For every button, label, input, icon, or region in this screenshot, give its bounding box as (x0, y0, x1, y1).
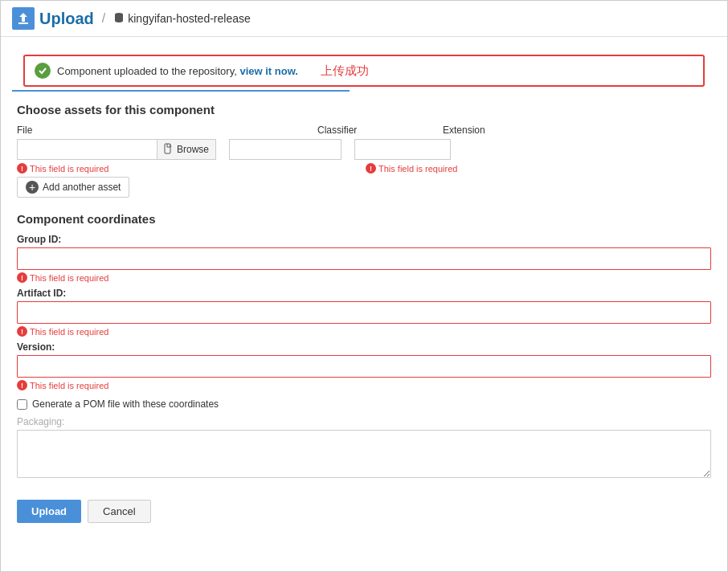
success-banner: Component uploaded to the repository, vi… (23, 55, 705, 87)
page-title: Upload (39, 10, 94, 28)
svg-rect-0 (18, 22, 28, 24)
cancel-button[interactable]: Cancel (88, 500, 150, 523)
pom-checkbox-row: Generate a POM file with these coordinat… (17, 398, 711, 410)
view-now-link[interactable]: view it now. (239, 65, 297, 77)
page-header: Upload / kingyifan-hosted-release (1, 1, 727, 37)
add-asset-label: Add another asset (43, 182, 121, 193)
blue-underline (12, 90, 350, 92)
file-error-icon: ! (17, 163, 27, 174)
classifier-input[interactable] (229, 139, 342, 160)
file-input[interactable] (17, 139, 157, 160)
upload-button[interactable]: Upload (17, 500, 81, 523)
breadcrumb-separator: / (102, 11, 105, 26)
add-another-asset-button[interactable]: + Add another asset (17, 177, 129, 198)
component-coordinates-section: Component coordinates Group ID: ! This f… (17, 212, 711, 480)
group-id-field: Group ID: ! This field is required (17, 234, 711, 283)
artifact-id-error-message: This field is required (30, 327, 108, 337)
group-id-error-message: This field is required (30, 273, 108, 283)
upload-icon (12, 7, 35, 30)
coordinates-section-title: Component coordinates (17, 212, 711, 226)
version-field: Version: ! This field is required (17, 341, 711, 390)
file-error-message: This field is required (30, 164, 108, 174)
artifact-id-input[interactable] (17, 301, 711, 324)
packaging-field: Packaging: (17, 416, 711, 480)
success-checkmark-icon (35, 63, 51, 79)
browse-button[interactable]: Browse (157, 139, 216, 160)
chinese-success-text: 上传成功 (321, 63, 369, 79)
pom-checkbox[interactable] (17, 399, 27, 410)
file-input-group: Browse (17, 139, 216, 160)
group-id-error-icon: ! (17, 272, 27, 283)
success-message: Component uploaded to the repository, vi… (57, 65, 298, 77)
pom-checkbox-label: Generate a POM file with these coordinat… (32, 398, 219, 410)
version-error-icon: ! (17, 380, 27, 390)
artifact-id-field: Artifact ID: ! This field is required (17, 288, 711, 337)
extension-error-message: This field is required (378, 164, 457, 174)
file-column-label: File (17, 125, 226, 136)
extension-column-label: Extension (443, 125, 539, 136)
packaging-label: Packaging: (17, 416, 711, 427)
browse-file-icon (164, 143, 174, 157)
group-id-label: Group ID: (17, 234, 711, 245)
artifact-id-label: Artifact ID: (17, 288, 711, 299)
plus-icon: + (26, 181, 39, 194)
version-error-message: This field is required (30, 381, 108, 390)
extension-input[interactable] (354, 139, 451, 160)
browse-button-label: Browse (177, 144, 209, 155)
classifier-column-label: Classifier (317, 125, 430, 136)
repo-breadcrumb: kingyifan-hosted-release (113, 12, 251, 26)
artifact-id-error-icon: ! (17, 326, 27, 337)
repo-name: kingyifan-hosted-release (128, 12, 251, 25)
database-icon (113, 12, 125, 26)
footer-buttons: Upload Cancel (17, 492, 711, 523)
extension-error-icon: ! (366, 163, 376, 174)
assets-section-title: Choose assets for this component (17, 103, 711, 116)
version-input[interactable] (17, 355, 711, 378)
version-label: Version: (17, 341, 711, 353)
packaging-input[interactable] (17, 430, 711, 478)
group-id-input[interactable] (17, 247, 711, 270)
